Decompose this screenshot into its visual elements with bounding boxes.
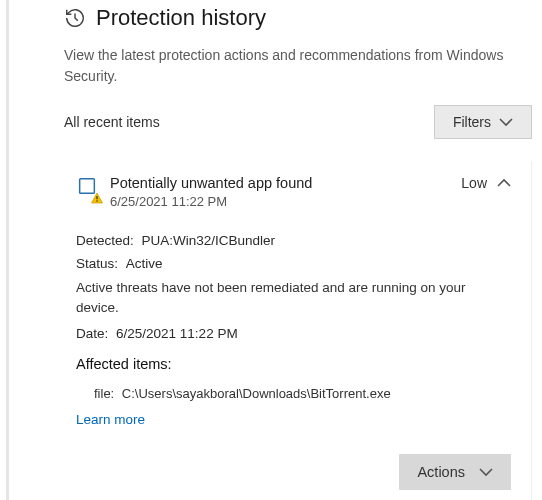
status-value: Active <box>126 256 163 271</box>
actions-button[interactable]: Actions <box>399 454 511 490</box>
card-title: Potentially unwanted app found <box>110 175 312 191</box>
warning-badge-icon <box>91 190 103 202</box>
date-label: Date: <box>76 324 108 344</box>
chevron-up-icon[interactable] <box>497 178 511 188</box>
history-icon <box>64 7 86 29</box>
file-path: C:\Users\sayakboral\Downloads\BitTorrent… <box>122 386 391 401</box>
svg-rect-3 <box>96 200 97 201</box>
severity-label: Low <box>461 175 487 191</box>
page-subtitle: View the latest protection actions and r… <box>64 45 532 87</box>
detected-value: PUA:Win32/ICBundler <box>142 233 276 248</box>
shield-icon <box>76 175 98 197</box>
file-label: file: <box>94 386 114 401</box>
card-timestamp: 6/25/2021 11:22 PM <box>110 194 312 209</box>
detected-label: Detected: <box>76 231 134 251</box>
filters-button[interactable]: Filters <box>434 105 532 139</box>
actions-label: Actions <box>417 464 465 480</box>
status-note: Active threats have not been remediated … <box>76 278 511 319</box>
learn-more-link[interactable]: Learn more <box>76 410 145 430</box>
filters-label: Filters <box>453 114 491 130</box>
chevron-down-icon <box>499 117 513 127</box>
affected-title: Affected items: <box>76 354 511 376</box>
svg-rect-2 <box>96 196 97 199</box>
page-title: Protection history <box>96 5 266 31</box>
section-all-recent: All recent items <box>64 114 160 130</box>
chevron-down-icon <box>479 467 493 477</box>
status-label: Status: <box>76 254 118 274</box>
date-value: 6/25/2021 11:22 PM <box>116 326 238 341</box>
page-header: Protection history <box>64 5 532 31</box>
threat-card: Potentially unwanted app found 6/25/2021… <box>64 161 523 500</box>
threat-details: Detected: PUA:Win32/ICBundler Status: Ac… <box>76 231 511 430</box>
